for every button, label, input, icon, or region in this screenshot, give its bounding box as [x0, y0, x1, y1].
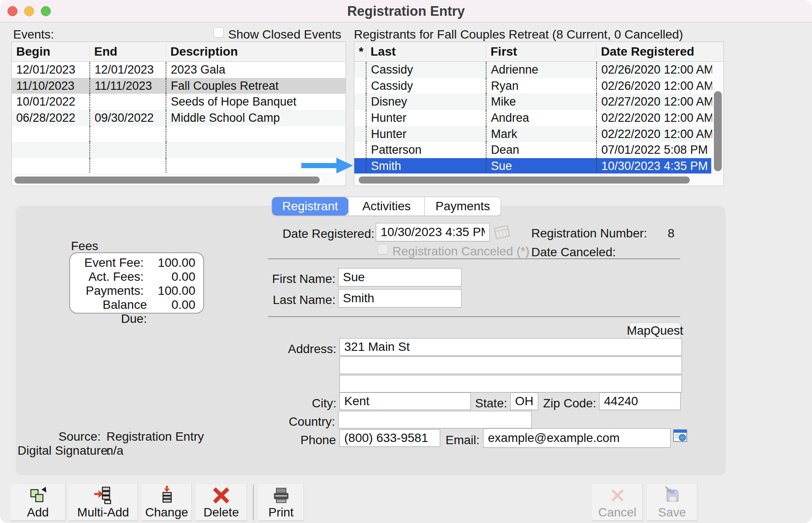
table-cell — [12, 126, 89, 142]
table-cell: 02/22/2020 12:00 AM — [596, 126, 714, 142]
show-closed-events-checkbox[interactable] — [213, 27, 224, 38]
country-input[interactable] — [338, 411, 532, 428]
table-cell: Sue — [486, 158, 596, 173]
column-header[interactable]: Begin — [12, 45, 89, 59]
table-cell: Mike — [486, 94, 596, 110]
multi-add-button-label: Multi-Add — [77, 505, 129, 519]
column-header[interactable]: * — [354, 45, 366, 59]
table-row[interactable]: CassidyAdrienne02/26/2020 12:00 AM — [354, 62, 711, 78]
address-label: Address: — [245, 342, 336, 356]
table-cell: Cassidy — [366, 78, 486, 94]
state-input[interactable] — [510, 392, 538, 410]
zip-code-label: Zip Code: — [543, 396, 596, 410]
first-name-input[interactable] — [338, 268, 462, 286]
email-input[interactable] — [483, 428, 671, 448]
table-row[interactable]: HunterAndrea02/22/2020 12:00 AM — [354, 110, 711, 126]
table-cell — [89, 158, 166, 173]
city-input[interactable] — [339, 392, 471, 410]
address-line1-input[interactable] — [339, 338, 682, 356]
date-canceled-label: Date Canceled: — [531, 245, 616, 259]
print-button[interactable]: Print — [258, 484, 304, 521]
scrollbar-thumb[interactable] — [359, 177, 690, 184]
fee-label: Balance Due: — [78, 298, 147, 326]
registration-number-value: 8 — [648, 226, 674, 240]
date-registered-input[interactable] — [376, 223, 490, 241]
source-label: Source: — [18, 430, 101, 444]
save-button[interactable]: Save — [647, 484, 698, 521]
table-row[interactable]: DisneyMike02/27/2020 12:00 AM — [354, 94, 711, 110]
table-row[interactable]: SmithSue10/30/2023 4:35 PM — [354, 158, 711, 173]
events-table-header: Begin End Description — [12, 42, 346, 62]
delete-button[interactable]: Delete — [196, 484, 247, 521]
add-button-label: Add — [27, 505, 49, 519]
print-icon — [272, 486, 291, 505]
table-cell: 10/01/2022 — [12, 94, 89, 110]
table-row[interactable]: CassidyRyan02/26/2020 12:00 AM — [354, 78, 711, 94]
scrollbar-thumb[interactable] — [14, 177, 320, 184]
scrollbar-thumb[interactable] — [714, 91, 722, 171]
last-name-input[interactable] — [338, 289, 462, 307]
tab-payments[interactable]: Payments — [424, 197, 501, 216]
email-history-icon[interactable] — [673, 429, 687, 442]
events-table: Begin End Description 12/01/202312/01/20… — [11, 42, 346, 186]
tab-registrant[interactable]: Registrant — [272, 197, 348, 216]
phone-input[interactable] — [339, 429, 440, 447]
table-cell: Dean — [486, 142, 596, 158]
email-label: Email: — [445, 433, 480, 447]
tab-activities[interactable]: Activities — [348, 197, 424, 216]
delete-button-label: Delete — [204, 505, 239, 519]
column-header[interactable]: Description — [166, 45, 346, 59]
table-cell: Patterson — [366, 142, 486, 158]
separator — [268, 316, 680, 317]
events-horizontal-scrollbar[interactable] — [12, 173, 346, 186]
table-row[interactable] — [12, 126, 346, 142]
digital-signature-label: Digital Signature: — [18, 444, 101, 458]
change-button[interactable]: Change — [142, 484, 192, 521]
column-header[interactable]: First — [486, 45, 596, 59]
country-label: Country: — [245, 415, 335, 429]
table-cell: Adrienne — [486, 62, 596, 78]
cancel-icon — [608, 486, 627, 505]
table-row[interactable]: 12/01/202312/01/20232023 Gala — [12, 62, 346, 78]
table-row[interactable] — [12, 142, 346, 158]
table-cell: Cassidy — [366, 62, 486, 78]
column-header[interactable]: End — [89, 45, 166, 59]
separator — [268, 258, 680, 259]
registrants-horizontal-scrollbar[interactable] — [354, 173, 724, 186]
table-cell — [354, 142, 366, 158]
table-cell: 11/10/2023 — [12, 78, 89, 94]
table-cell: 12/01/2023 — [89, 62, 166, 78]
table-row[interactable] — [12, 158, 346, 173]
table-cell: Hunter — [366, 126, 486, 142]
fee-label: Payments: — [86, 284, 144, 298]
registration-canceled-checkbox[interactable] — [378, 244, 388, 254]
add-button[interactable]: Add — [11, 484, 66, 521]
zip-code-input[interactable] — [599, 392, 681, 410]
address-line2-input[interactable] — [339, 357, 682, 374]
table-cell: Hunter — [366, 110, 486, 126]
table-row[interactable]: HunterMark02/22/2020 12:00 AM — [354, 126, 711, 142]
fee-label: Act. Fees: — [88, 270, 144, 284]
window-title: Registration Entry — [0, 4, 812, 19]
table-cell — [89, 142, 166, 158]
table-row[interactable]: 10/01/2022Seeds of Hope Banquet — [12, 94, 346, 110]
registrants-table-header: * Last First Date Registered — [354, 42, 724, 62]
column-header[interactable]: Last — [366, 45, 486, 59]
registrants-vertical-scrollbar[interactable] — [712, 62, 724, 173]
table-row[interactable]: 11/10/202311/11/2023Fall Couples Retreat — [12, 78, 346, 94]
date-registered-label: Date Registered: — [269, 227, 374, 241]
column-header[interactable]: Date Registered — [596, 45, 724, 59]
multi-add-button[interactable]: Multi-Add — [69, 484, 138, 521]
table-cell: 02/26/2020 12:00 AM — [596, 78, 714, 94]
registration-canceled-label: Registration Canceled (*) — [392, 244, 530, 258]
first-name-label: First Name: — [245, 272, 335, 286]
detail-tabs: Registrant Activities Payments — [272, 197, 501, 216]
mapquest-button[interactable]: MapQuest — [629, 322, 681, 339]
add-icon — [28, 486, 48, 505]
table-row[interactable]: 06/28/202209/30/2022Middle School Camp — [12, 110, 346, 126]
table-row[interactable]: PattersonDean07/01/2022 5:08 PM — [354, 142, 711, 158]
table-cell — [354, 158, 366, 173]
registrants-title: Registrants for Fall Couples Retreat (8 … — [354, 28, 683, 42]
address-line3-input[interactable] — [339, 375, 682, 392]
cancel-button[interactable]: Cancel — [592, 484, 643, 521]
